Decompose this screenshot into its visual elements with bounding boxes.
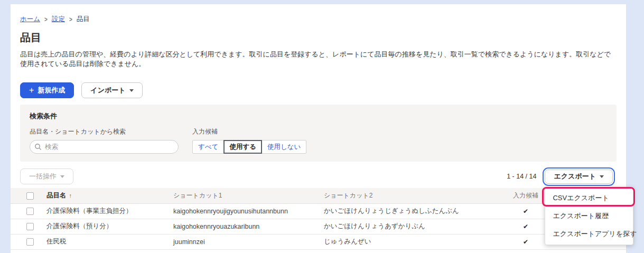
header-suggest: 入力候補 xyxy=(499,188,552,203)
breadcrumb-separator-icon: > xyxy=(44,15,48,23)
content-card: ホーム > 設定 > 品目 品目 品目は売上の品目の管理や、経費のより詳細な区分… xyxy=(11,4,626,253)
plus-icon: + xyxy=(29,86,34,95)
row-checkbox[interactable] xyxy=(26,223,34,230)
breadcrumb: ホーム > 設定 > 品目 xyxy=(11,4,626,24)
keyword-field-group: 品目名・ショートカットから検索 xyxy=(30,127,179,154)
search-icon xyxy=(34,143,42,151)
create-button[interactable]: + 新規作成 xyxy=(20,82,74,98)
item-name: 介護保険料（事業主負担分） xyxy=(37,203,164,219)
menu-item-csv-export[interactable]: CSVエクスポート xyxy=(545,189,633,207)
suggest-option-use[interactable]: 使用する xyxy=(223,140,262,154)
table-row[interactable]: 健康保険料（事業主負担分） kennkouhokenn けんこうほけんりょうじぎ… xyxy=(11,249,626,253)
item-updated-at: 2023-10-31 12:50 xyxy=(552,249,626,253)
bulk-action-label: 一括操作 xyxy=(29,172,57,181)
breadcrumb-settings-link[interactable]: 設定 xyxy=(52,15,65,24)
suggest-option-all[interactable]: すべて xyxy=(192,140,224,154)
bulk-action-button[interactable]: 一括操作 xyxy=(20,168,73,184)
table-header-row: 品目名↑ ショートカット1 ショートカット2 入力候補 更新日時 xyxy=(11,188,626,203)
chevron-down-icon xyxy=(129,89,134,92)
header-shortcut2: ショートカット2 xyxy=(314,188,499,203)
list-toolbar: 一括操作 1 - 14 / 14 エクスポート CSVエクスポート エクスポート… xyxy=(20,169,613,184)
select-all-checkbox[interactable] xyxy=(26,192,34,200)
page-title: 品目 xyxy=(11,31,626,45)
table-row[interactable]: 住民税 juuminnzei じゅうみんぜい ✔ 2023-10-31 12:5… xyxy=(11,234,626,249)
search-panel: 検索条件 品目名・ショートカットから検索 入力候補 すべて 使用する 使用しない xyxy=(20,105,617,162)
suggest-check-icon: ✔ xyxy=(499,203,552,219)
items-table: 品目名↑ ショートカット1 ショートカット2 入力候補 更新日時 介護保険料（事… xyxy=(11,188,626,253)
chevron-down-icon xyxy=(60,175,64,178)
suggest-segmented-control: すべて 使用する 使用しない xyxy=(192,140,306,154)
breadcrumb-home-link[interactable]: ホーム xyxy=(20,15,40,24)
keyword-field-label: 品目名・ショートカットから検索 xyxy=(30,127,179,136)
breadcrumb-separator-icon: > xyxy=(69,15,72,23)
item-name: 住民税 xyxy=(37,234,164,249)
search-input[interactable] xyxy=(30,140,179,154)
sort-ascending-icon: ↑ xyxy=(69,192,72,199)
menu-item-export-history[interactable]: エクスポート履歴 xyxy=(545,207,633,225)
row-checkbox[interactable] xyxy=(26,208,34,215)
table-row[interactable]: 介護保険料（預り分） kaigohokennryouazukaribunn かい… xyxy=(11,219,626,234)
page-description: 品目は売上の品目の管理や、経費のより詳細な区分として利用できます。取引に品目を登… xyxy=(11,50,626,69)
export-button[interactable]: エクスポート xyxy=(545,170,613,184)
item-shortcut1: kaigohokennryouazukaribunn xyxy=(164,219,314,234)
search-panel-title: 検索条件 xyxy=(30,111,607,121)
suggest-check-icon: ✔ xyxy=(499,249,552,253)
table-body: 介護保険料（事業主負担分） kaigohokennryoujigyounusih… xyxy=(11,203,626,253)
header-shortcut1: ショートカット1 xyxy=(164,188,314,203)
chevron-down-icon xyxy=(600,175,604,178)
item-shortcut1: kaigohokennryoujigyounusihutannbunn xyxy=(164,203,314,219)
suggest-check-icon: ✔ xyxy=(499,219,552,234)
header-item-name[interactable]: 品目名↑ xyxy=(37,188,164,203)
export-dropdown-menu: CSVエクスポート エクスポート履歴 エクスポートアプリを探す xyxy=(545,187,633,245)
table-row[interactable]: 介護保険料（事業主負担分） kaigohokennryoujigyounusih… xyxy=(11,203,626,219)
item-shortcut1: juuminnzei xyxy=(164,234,314,249)
create-button-label: 新規作成 xyxy=(38,86,65,95)
action-toolbar: + 新規作成 インポート xyxy=(11,82,626,98)
item-shortcut2: けんこうほけんりょうじぎょうぬしふたんぶん xyxy=(314,249,499,253)
item-name: 介護保険料（預り分） xyxy=(37,219,164,234)
import-button[interactable]: インポート xyxy=(81,82,142,98)
export-button-label: エクスポート xyxy=(554,172,596,181)
item-name: 健康保険料（事業主負担分） xyxy=(37,249,164,253)
suggest-filter-label: 入力候補 xyxy=(192,127,306,136)
item-shortcut2: かいごほけんりょうあずかりぶん xyxy=(314,219,499,234)
item-shortcut2: かいごほけんりょうじぎょうぬしふたんぶん xyxy=(314,203,499,219)
import-button-label: インポート xyxy=(90,86,125,95)
suggest-check-icon: ✔ xyxy=(499,234,552,249)
suggest-filter-group: 入力候補 すべて 使用する 使用しない xyxy=(192,127,306,154)
pagination-range: 1 - 14 / 14 xyxy=(507,173,536,180)
suggest-option-not-use[interactable]: 使用しない xyxy=(262,140,306,154)
breadcrumb-current: 品目 xyxy=(77,15,90,24)
menu-item-find-export-app[interactable]: エクスポートアプリを探す xyxy=(545,225,633,243)
row-checkbox[interactable] xyxy=(26,238,34,246)
item-shortcut2: じゅうみんぜい xyxy=(314,234,499,249)
item-shortcut1: kennkouhokenn xyxy=(164,249,314,253)
